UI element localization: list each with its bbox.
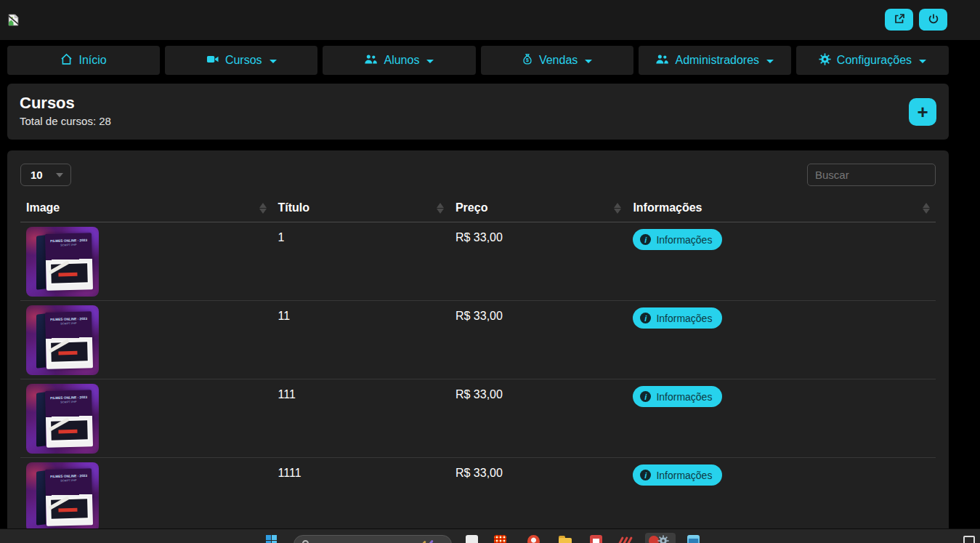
search-input[interactable] [807, 164, 936, 186]
box-spine [36, 313, 46, 369]
page-title: Cursos [20, 94, 936, 113]
table-row: FILMES ONLINE - 2023 SCRIPT PHP 1 R$ 33,… [20, 222, 936, 301]
page-header-card: Cursos Total de cursos: 28 + [7, 84, 949, 140]
nav-label: Administradores [675, 54, 759, 67]
box-face: FILMES ONLINE - 2023 SCRIPT PHP [45, 468, 93, 526]
sort-icon[interactable] [259, 203, 267, 214]
course-title-cell: 111 [272, 379, 450, 458]
video-camera-icon [206, 54, 219, 68]
table-row: FILMES ONLINE - 2023 SCRIPT PHP 1111 R$ … [20, 458, 936, 536]
nav-label: Cursos [225, 54, 262, 67]
courses-table-card: 10 Image Título Preço Inform [7, 150, 949, 543]
sort-icon[interactable] [437, 203, 444, 214]
taskbar-search-box[interactable] [293, 535, 452, 543]
table-row: FILMES ONLINE - 2023 SCRIPT PHP 11 R$ 33… [20, 301, 936, 379]
nav-item-alunos[interactable]: Alunos [323, 46, 475, 75]
svg-text:$: $ [526, 57, 529, 63]
windows-taskbar [0, 528, 980, 543]
main-nav: Início Cursos Alunos $ Ven [7, 46, 949, 75]
chevron-down-icon [56, 173, 63, 177]
chevron-down-icon [766, 60, 774, 63]
browser-icon[interactable] [527, 535, 540, 543]
notepad-icon[interactable] [466, 535, 478, 543]
topbar [0, 0, 980, 40]
nav-item-cursos[interactable]: Cursos [165, 46, 317, 75]
column-header-preco[interactable]: Preço [450, 195, 627, 222]
informacoes-button[interactable]: i Informações [633, 307, 722, 329]
course-price-cell: R$ 33,00 [450, 458, 627, 536]
add-course-button[interactable]: + [909, 98, 936, 126]
page-size-select[interactable]: 10 [20, 164, 71, 186]
nav-item-configuracoes[interactable]: Configurações [796, 46, 949, 75]
sort-icon[interactable] [923, 203, 930, 214]
chevron-down-icon [585, 60, 592, 63]
power-button[interactable] [919, 9, 947, 31]
external-link-icon [894, 13, 905, 27]
money-bag-icon: $ [522, 53, 533, 68]
info-icon: i [640, 470, 651, 480]
chevron-down-icon [270, 60, 277, 63]
box-face: FILMES ONLINE - 2023 SCRIPT PHP [45, 311, 93, 369]
home-icon [60, 53, 73, 68]
users-icon [364, 54, 378, 68]
courses-table: Image Título Preço Informações [20, 195, 936, 536]
informacoes-button[interactable]: i Informações [633, 464, 722, 486]
total-courses-text: Total de cursos: 28 [20, 115, 936, 127]
info-icon: i [640, 313, 651, 323]
course-title-cell: 11 [272, 301, 450, 379]
course-price-cell: R$ 33,00 [450, 301, 627, 379]
power-icon [928, 13, 939, 27]
course-title-cell: 1 [272, 222, 450, 301]
column-header-image[interactable]: Image [20, 195, 272, 222]
table-row: FILMES ONLINE - 2023 SCRIPT PHP 111 R$ 3… [20, 379, 936, 458]
course-thumbnail[interactable]: FILMES ONLINE - 2023 SCRIPT PHP [26, 305, 99, 375]
box-face: FILMES ONLINE - 2023 SCRIPT PHP [45, 390, 93, 448]
windows-start-icon[interactable] [266, 535, 277, 543]
sort-icon[interactable] [614, 203, 621, 214]
info-icon: i [640, 234, 651, 245]
table-controls: 10 [20, 164, 936, 186]
photos-icon[interactable] [687, 535, 700, 543]
office-icon[interactable] [494, 535, 506, 543]
chevron-down-icon [919, 60, 926, 63]
nav-item-inicio[interactable]: Início [7, 46, 160, 75]
course-price-cell: R$ 33,00 [450, 379, 627, 458]
nav-item-administradores[interactable]: Administradores [639, 46, 791, 75]
box-spine [36, 470, 46, 526]
info-icon: i [640, 391, 651, 402]
gear-icon [819, 53, 831, 68]
column-header-informacoes[interactable]: Informações [627, 195, 936, 222]
page-size-value: 10 [31, 169, 43, 181]
course-title-cell: 1111 [272, 458, 450, 536]
course-price-cell: R$ 33,00 [450, 222, 627, 301]
monitor-icon[interactable] [963, 536, 975, 543]
table-header-row: Image Título Preço Informações [20, 195, 936, 222]
search-icon [302, 540, 309, 543]
chevron-down-icon [426, 60, 434, 63]
nav-label: Início [78, 54, 106, 67]
broken-image-logo [7, 14, 20, 26]
box-spine [36, 392, 46, 447]
nav-item-vendas[interactable]: $ Vendas [481, 46, 633, 75]
nav-label: Vendas [539, 54, 578, 67]
folder-icon[interactable] [559, 535, 571, 543]
nav-label: Alunos [384, 54, 419, 67]
nav-label: Configurações [837, 54, 912, 67]
scribble-icon[interactable] [619, 535, 631, 543]
settings-icon[interactable] [645, 533, 676, 543]
informacoes-button[interactable]: i Informações [633, 229, 722, 250]
informacoes-button[interactable]: i Informações [633, 386, 722, 407]
users-icon [655, 54, 669, 68]
red-app-icon[interactable] [590, 535, 602, 543]
course-thumbnail[interactable]: FILMES ONLINE - 2023 SCRIPT PHP [26, 384, 99, 454]
course-thumbnail[interactable]: FILMES ONLINE - 2023 SCRIPT PHP [26, 227, 99, 297]
course-thumbnail[interactable]: FILMES ONLINE - 2023 SCRIPT PHP [26, 462, 99, 532]
box-spine [36, 235, 46, 290]
box-face: FILMES ONLINE - 2023 SCRIPT PHP [45, 233, 93, 291]
column-header-titulo[interactable]: Título [272, 195, 450, 222]
external-link-button[interactable] [885, 9, 913, 31]
